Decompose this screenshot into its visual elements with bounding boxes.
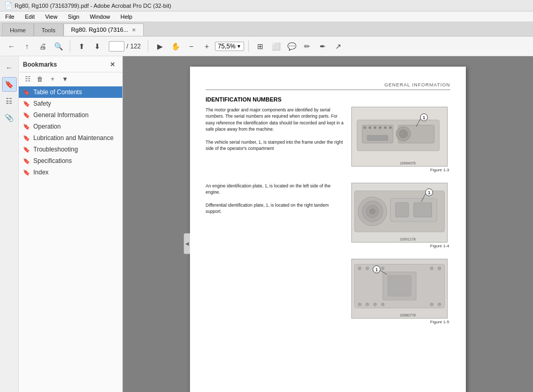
paragraph-4: Differential identification plate, 1, is… (206, 202, 344, 215)
paragraph-1: The motor grader and major components ar… (206, 107, 344, 132)
collapse-panel-handle[interactable]: ◀ (184, 233, 190, 254)
bookmark-spec[interactable]: 🔖 Specifications (19, 155, 122, 167)
svg-point-14 (389, 127, 391, 129)
bookmark-general[interactable]: 🔖 General Information (19, 109, 122, 121)
figure-3-svg: 1 19990778 (352, 259, 447, 319)
menu-sign[interactable]: Sign (66, 13, 81, 20)
comment-btn[interactable]: 💬 (284, 40, 299, 53)
svg-point-22 (370, 209, 375, 214)
bookmark-safety[interactable]: 🔖 Safety (19, 98, 122, 109)
view-mode-btn[interactable]: ⊞ (253, 40, 268, 53)
close-bookmarks-btn[interactable]: ✕ (107, 59, 118, 70)
sign-btn[interactable]: ✒ (315, 40, 330, 53)
print-btn[interactable]: 🖨 (35, 40, 50, 53)
bookmark-lube-label: Lubrication and Maintenance (33, 134, 113, 142)
tab-tools-label: Tools (42, 27, 56, 33)
section-2: An engine identification plate, 1, is lo… (206, 183, 450, 251)
bookmark-trouble[interactable]: 🔖 Troubleshooting (19, 144, 122, 155)
zoom-display[interactable]: 75,5% ▼ (215, 42, 244, 51)
forward-btn[interactable]: ↑ (20, 40, 34, 53)
page-header: GENERAL INFORMATION (206, 82, 450, 90)
page-header-text: GENERAL INFORMATION (384, 82, 450, 87)
svg-rect-24 (396, 203, 409, 217)
figure-2-svg: 1 10001178 (352, 183, 447, 243)
svg-point-35 (381, 267, 384, 270)
back-btn[interactable]: ← (4, 40, 19, 53)
bookmarks-header: Bookmarks ✕ (19, 56, 122, 72)
hand-tool[interactable]: ✋ (168, 40, 183, 53)
action-btn[interactable]: ↗ (331, 40, 346, 53)
bookmark-operation-label: Operation (33, 123, 61, 130)
page-up-btn[interactable]: ⬆ (74, 40, 89, 53)
zoom-out-btn[interactable]: − (184, 40, 198, 53)
menu-help[interactable]: Help (119, 13, 135, 20)
new-bookmark-btn[interactable]: + (47, 74, 58, 84)
bookmark-lube[interactable]: 🔖 Lubrication and Maintenance (19, 132, 122, 144)
section-title: IDENTIFICATION NUMBERS (206, 96, 450, 103)
bookmark-general-label: General Information (33, 111, 88, 119)
figure-2-caption: Figure 1-4 (351, 244, 450, 248)
paragraph-3: An engine identification plate, 1, is lo… (206, 183, 344, 196)
svg-point-36 (430, 267, 433, 270)
svg-point-33 (366, 267, 369, 270)
svg-text:1: 1 (428, 190, 430, 195)
tab-document[interactable]: Rg80. Rg100 (7316... ✕ (64, 23, 144, 36)
text-col-1: The motor grader and major components ar… (206, 107, 344, 175)
figure-3-img: 1 19990778 (351, 259, 448, 319)
select-tool[interactable]: ⬜ (269, 40, 283, 53)
nav-arrow-icon[interactable]: ← (2, 60, 17, 75)
text-col-3 (206, 259, 344, 327)
options-btn[interactable]: ▼ (59, 74, 71, 84)
bookmark-icon-operation: 🔖 (23, 123, 30, 130)
svg-point-5 (399, 130, 408, 138)
sep1 (70, 41, 70, 52)
bookmark-toc-label: Table of Contents (33, 88, 82, 96)
pdf-area[interactable]: ◀ GENERAL INFORMATION IDENTIFICATION NUM… (123, 56, 533, 392)
figure-3-caption: Figure 1-5 (351, 320, 450, 324)
menu-edit[interactable]: Edit (23, 13, 37, 20)
bookmark-operation[interactable]: 🔖 Operation (19, 121, 122, 132)
search-btn[interactable]: 🔍 (51, 40, 66, 53)
tab-close-icon[interactable]: ✕ (132, 27, 136, 33)
cursor-tool[interactable]: ▶ (153, 40, 167, 53)
bookmark-index[interactable]: 🔖 Index (19, 167, 122, 178)
toolbar: ← ↑ 🖨 🔍 ⬆ ⬇ 17 / 122 ▶ ✋ − + 75,5% ▼ ⊞ ⬜… (0, 36, 533, 56)
main-area: ← 🔖 ☷ 📎 Bookmarks ✕ ☷ 🗑 + ▼ 🔖 Table of C… (0, 56, 533, 392)
bookmark-panel-btn[interactable]: 🔖 (2, 77, 17, 92)
menu-bar: File Edit View Sign Window Help (0, 11, 533, 22)
bookmarks-toolbar: ☷ 🗑 + ▼ (19, 72, 122, 86)
bookmark-toc[interactable]: 🔖 Table of Contents (19, 86, 122, 98)
menu-file[interactable]: File (3, 13, 17, 20)
page-thumb-btn[interactable]: ☷ (2, 94, 17, 108)
attachment-btn[interactable]: 📎 (2, 110, 17, 125)
svg-text:19994076: 19994076 (400, 161, 416, 165)
figure-1-caption: Figure 1-3 (351, 168, 450, 172)
svg-text:19990778: 19990778 (400, 313, 416, 317)
figure-1-img: 1 19994076 (351, 107, 448, 167)
expand-all-btn[interactable]: ☷ (22, 74, 33, 84)
page-input[interactable]: 17 (109, 41, 124, 52)
page-total: 122 (130, 43, 141, 50)
svg-point-12 (379, 127, 381, 129)
svg-point-11 (374, 127, 376, 129)
zoom-in-btn[interactable]: + (199, 40, 214, 53)
figure-1-svg: 1 19994076 (352, 107, 447, 167)
svg-rect-45 (388, 275, 411, 296)
svg-text:1: 1 (423, 115, 425, 120)
section-3: 1 19990778 Figure 1-5 (206, 259, 450, 327)
bookmarks-list: 🔖 Table of Contents 🔖 Safety 🔖 General I… (19, 86, 122, 392)
img-col-3: 1 19990778 Figure 1-5 (351, 259, 450, 327)
bookmark-icon-general: 🔖 (23, 112, 30, 119)
tab-tools[interactable]: Tools (34, 23, 64, 36)
tab-home[interactable]: Home (2, 23, 34, 36)
menu-window[interactable]: Window (87, 13, 112, 20)
svg-point-38 (358, 303, 361, 306)
pen-btn[interactable]: ✏ (300, 40, 314, 53)
page-down-btn[interactable]: ⬇ (90, 40, 105, 53)
sep2 (148, 41, 148, 52)
delete-btn[interactable]: 🗑 (34, 74, 46, 84)
menu-view[interactable]: View (43, 13, 60, 20)
bookmark-icon-toc: 🔖 (23, 89, 30, 96)
svg-point-42 (430, 303, 433, 306)
svg-rect-15 (367, 135, 388, 141)
